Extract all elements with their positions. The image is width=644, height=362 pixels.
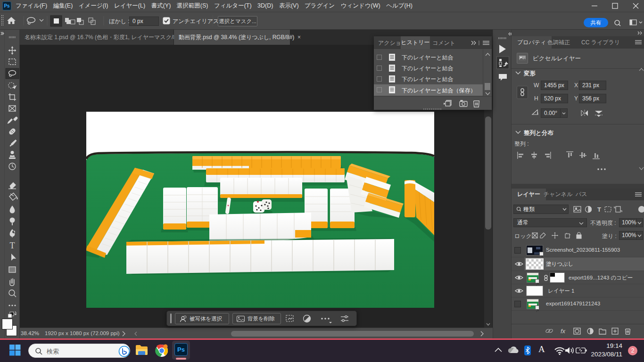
svg-text:T: T — [597, 206, 601, 213]
svg-text:T: T — [10, 241, 15, 250]
svg-text:fx: fx — [561, 328, 566, 335]
